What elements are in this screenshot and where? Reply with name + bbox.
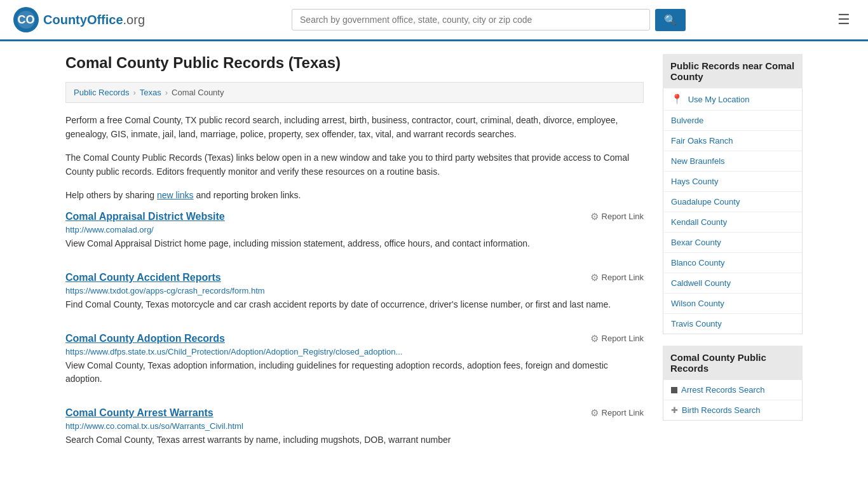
records-list: Comal Appraisal District Website ⚙ Repor… (65, 211, 644, 452)
search-input[interactable] (292, 9, 650, 30)
record-desc-0: View Comal Appraisal District home page,… (65, 237, 644, 250)
link-guadalupe-county[interactable]: Guadalupe County (671, 197, 740, 207)
report-icon-1: ⚙ (590, 272, 599, 283)
link-kendall-county[interactable]: Kendall County (671, 217, 727, 227)
link-birth-records[interactable]: Birth Records Search (682, 405, 761, 415)
record-desc-1: Find Comal County, Texas motorcycle and … (65, 298, 644, 311)
report-label-3: Report Link (602, 408, 644, 417)
search-button[interactable]: 🔍 (655, 9, 686, 31)
record-url-1[interactable]: https://www.txdot.gov/apps-cg/crash_reco… (65, 286, 644, 295)
logo-area: CO CountyOffice.org (13, 6, 145, 33)
new-links-link[interactable]: new links (157, 190, 194, 200)
record-url-2[interactable]: https://www.dfps.state.tx.us/Child_Prote… (65, 347, 644, 356)
sidebar-link-bexar-county[interactable]: Bexar County (663, 233, 802, 253)
report-link-2[interactable]: ⚙ Report Link (590, 333, 644, 344)
record-title-2[interactable]: Comal County Adoption Records (65, 333, 225, 344)
record-item-1: Comal County Accident Reports ⚙ Report L… (65, 272, 644, 316)
logo-suffix: .org (123, 13, 145, 27)
intro-para3-post: and reporting broken links. (194, 190, 301, 200)
link-travis-county[interactable]: Travis County (671, 319, 722, 329)
intro-para-3: Help others by sharing new links and rep… (65, 188, 644, 202)
svg-text:CO: CO (18, 13, 35, 26)
report-link-1[interactable]: ⚙ Report Link (590, 272, 644, 283)
record-item-0: Comal Appraisal District Website ⚙ Repor… (65, 211, 644, 255)
link-hays-county[interactable]: Hays County (671, 177, 718, 186)
report-label-0: Report Link (602, 212, 644, 221)
sidebar-link-guadalupe-county[interactable]: Guadalupe County (663, 192, 802, 212)
record-title-3[interactable]: Comal County Arrest Warrants (65, 407, 214, 419)
link-arrest-records[interactable]: Arrest Records Search (681, 385, 765, 395)
sidebar-link-wilson-county[interactable]: Wilson County (663, 294, 802, 314)
record-desc-3: Search Comal County, Texas arrest warran… (65, 433, 644, 447)
report-link-3[interactable]: ⚙ Report Link (590, 407, 644, 419)
intro-para-1: Perform a free Comal County, TX public r… (65, 113, 644, 142)
sidebar-link-travis-county[interactable]: Travis County (663, 314, 802, 334)
sidebar-link-bulverde[interactable]: Bulverde (663, 111, 802, 131)
report-label-1: Report Link (602, 273, 644, 282)
intro-para-2: The Comal County Public Records (Texas) … (65, 151, 644, 179)
record-header-1: Comal County Accident Reports ⚙ Report L… (65, 272, 644, 283)
sidebar: Public Records near Comal County 📍 Use M… (663, 54, 803, 468)
record-header-2: Comal County Adoption Records ⚙ Report L… (65, 333, 644, 344)
record-item-3: Comal County Arrest Warrants ⚙ Report Li… (65, 407, 644, 452)
breadcrumb-sep-2: › (165, 88, 168, 97)
breadcrumb-current: Comal County (172, 88, 224, 97)
cross-icon-birth: ✚ (671, 405, 678, 415)
sidebar-near-title: Public Records near Comal County (663, 54, 803, 88)
use-location-link[interactable]: Use My Location (688, 95, 750, 104)
logo-text: CountyOffice.org (43, 13, 145, 27)
record-title-0[interactable]: Comal Appraisal District Website (65, 211, 225, 222)
report-icon-3: ⚙ (590, 407, 599, 419)
link-fair-oaks-ranch[interactable]: Fair Oaks Ranch (671, 136, 733, 146)
breadcrumb-texas[interactable]: Texas (140, 88, 161, 97)
page-title: Comal County Public Records (Texas) (65, 54, 644, 72)
sidebar-link-kendall-county[interactable]: Kendall County (663, 212, 802, 233)
record-item-2: Comal County Adoption Records ⚙ Report L… (65, 333, 644, 391)
report-label-2: Report Link (602, 334, 644, 343)
report-link-0[interactable]: ⚙ Report Link (590, 211, 644, 222)
report-icon-2: ⚙ (590, 333, 599, 344)
record-header-3: Comal County Arrest Warrants ⚙ Report Li… (65, 407, 644, 419)
main-container: Comal County Public Records (Texas) Publ… (53, 41, 815, 481)
sidebar-sub-birth[interactable]: ✚ Birth Records Search (663, 400, 802, 420)
record-url-3[interactable]: http://www.co.comal.tx.us/so/Warrants_Ci… (65, 421, 644, 431)
link-caldwell-county[interactable]: Caldwell County (671, 278, 731, 288)
link-blanco-county[interactable]: Blanco County (671, 258, 725, 268)
breadcrumb-public-records[interactable]: Public Records (74, 88, 129, 97)
record-desc-2: View Comal County, Texas adoption inform… (65, 359, 644, 386)
link-bulverde[interactable]: Bulverde (671, 116, 703, 125)
breadcrumb-sep-1: › (133, 88, 135, 97)
menu-button[interactable]: ☰ (832, 9, 855, 30)
sidebar-sub-links: Arrest Records Search ✚ Birth Records Se… (663, 380, 803, 421)
logo-icon: CO (13, 6, 39, 33)
sidebar-use-location[interactable]: 📍 Use My Location (663, 88, 802, 111)
content-area: Comal County Public Records (Texas) Publ… (65, 54, 644, 468)
record-header-0: Comal Appraisal District Website ⚙ Repor… (65, 211, 644, 222)
sidebar-sub-arrest[interactable]: Arrest Records Search (663, 380, 802, 400)
location-icon: 📍 (671, 93, 683, 104)
intro-para3-pre: Help others by sharing (65, 190, 157, 200)
link-bexar-county[interactable]: Bexar County (671, 238, 721, 247)
square-icon-arrest (671, 387, 677, 393)
sidebar-link-fair-oaks[interactable]: Fair Oaks Ranch (663, 131, 802, 151)
header: CO CountyOffice.org 🔍 ☰ (0, 0, 868, 41)
hamburger-icon: ☰ (837, 11, 850, 27)
record-url-0[interactable]: http://www.comalad.org/ (65, 225, 644, 234)
search-icon: 🔍 (664, 15, 677, 25)
sidebar-link-caldwell-county[interactable]: Caldwell County (663, 273, 802, 294)
link-wilson-county[interactable]: Wilson County (671, 299, 724, 308)
sidebar-sub-title: Comal County Public Records (663, 346, 803, 380)
search-area: 🔍 (292, 9, 686, 31)
sidebar-near-links: 📍 Use My Location Bulverde Fair Oaks Ran… (663, 88, 803, 334)
record-title-1[interactable]: Comal County Accident Reports (65, 272, 221, 283)
report-icon-0: ⚙ (590, 211, 599, 222)
logo-name: CountyOffice (43, 13, 123, 27)
link-new-braunfels[interactable]: New Braunfels (671, 156, 725, 166)
sidebar-link-blanco-county[interactable]: Blanco County (663, 253, 802, 273)
breadcrumb: Public Records › Texas › Comal County (65, 82, 644, 103)
sidebar-link-new-braunfels[interactable]: New Braunfels (663, 151, 802, 172)
sidebar-link-hays-county[interactable]: Hays County (663, 172, 802, 192)
